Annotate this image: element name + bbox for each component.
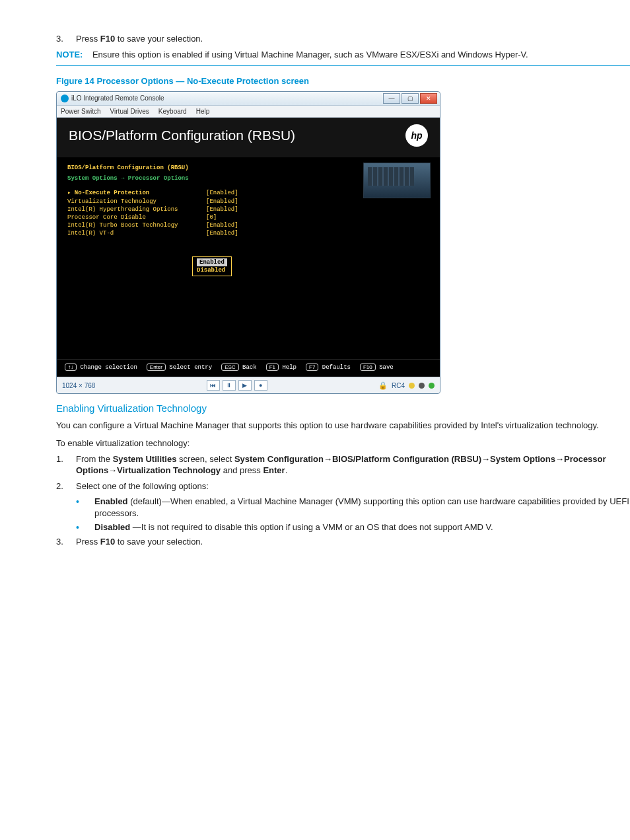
list-number: 2.: [56, 480, 76, 492]
paragraph: You can configure a Virtual Machine Mana…: [56, 420, 630, 432]
note-block: NOTE: Ensure this option is enabled if u…: [56, 49, 630, 61]
status-dot-yellow: [409, 383, 415, 389]
note-text: Ensure this option is enabled if using V…: [92, 50, 528, 59]
keycap: ↑↓: [65, 363, 77, 371]
status-bar: 1024 × 768 ⏮ ⏸ ▶ ● 🔒 RC4: [57, 377, 440, 393]
bullet-item: •Disabled —It is not required to disable…: [76, 521, 630, 533]
bullet-body: Disabled —It is not required to disable …: [94, 521, 630, 533]
option-label: Intel(R) VT-d: [67, 229, 206, 237]
status-resolution: 1024 × 768: [62, 381, 95, 391]
step-1: 1. From the System Utilities screen, sel…: [56, 453, 630, 477]
figure-caption: Figure 14 Processor Options — No-Execute…: [56, 75, 630, 87]
footer-hint-label: Back: [239, 364, 257, 371]
bios-footer: ↑↓ Change selectionEnter Select entryESC…: [57, 359, 440, 377]
bios-option-row[interactable]: Virtualization Technology[Enabled]: [67, 198, 429, 206]
menu-item[interactable]: Virtual Drives: [110, 107, 149, 116]
footer-hint-label: Save: [376, 364, 394, 371]
keycap: Enter: [147, 363, 166, 371]
bullet-item: •Enabled (default)—When enabled, a Virtu…: [76, 496, 630, 519]
footer-hint: F1 Help: [266, 363, 297, 371]
playback-controls: ⏮ ⏸ ▶ ●: [207, 380, 267, 391]
footer-hint: Enter Select entry: [147, 363, 212, 371]
keycap: F10: [360, 363, 376, 371]
bios-header: BIOS/Platform Configuration (RBSU) hp: [57, 118, 440, 157]
hp-icon: [61, 95, 69, 102]
bios-option-row[interactable]: Intel(R) Hyperthreading Options[Enabled]: [67, 206, 429, 213]
option-label: Virtualization Technology: [67, 198, 206, 206]
option-value: [Enabled]: [206, 229, 238, 237]
step-3: 3. Press F10 to save your selection.: [56, 536, 630, 548]
footer-hint-label: Change selection: [77, 364, 137, 371]
option-value: [Enabled]: [206, 189, 238, 197]
option-label: Intel(R) Hyperthreading Options: [67, 206, 206, 213]
step-3-top: 3. Press F10 to save your selection.: [56, 33, 630, 45]
bullet-icon: •: [76, 496, 94, 519]
menu-item[interactable]: Help: [196, 107, 210, 116]
maximize-button[interactable]: ▢: [402, 93, 419, 104]
list-number: 3.: [56, 33, 76, 45]
status-dot-green: [429, 383, 435, 389]
footer-hint: ↑↓ Change selection: [65, 363, 137, 371]
step-2: 2. Select one of the following options:: [56, 480, 630, 492]
list-number: 3.: [56, 536, 76, 548]
record-icon[interactable]: ●: [254, 380, 267, 391]
option-value: [Enabled]: [206, 206, 238, 213]
bios-body: BIOS/Platform Configuration (RBSU) Syste…: [57, 157, 440, 359]
footer-hint-label: Select entry: [166, 364, 212, 371]
keycap: ESC: [221, 363, 238, 371]
lock-icon: 🔒: [378, 381, 388, 391]
note-divider: [56, 65, 630, 66]
list-body: Press F10 to save your selection.: [76, 536, 630, 548]
play-icon[interactable]: ▶: [238, 380, 252, 391]
bios-option-row[interactable]: Intel(R) VT-d[Enabled]: [67, 229, 429, 237]
section-heading: Enabling Virtualization Technology: [56, 402, 630, 415]
keycap: F1: [266, 363, 279, 371]
screenshot: iLO Integrated Remote Console — ▢ ✕ Powe…: [56, 91, 440, 395]
list-body: Press F10 to save your selection.: [76, 33, 630, 45]
window-buttons: — ▢ ✕: [383, 93, 440, 104]
option-value: [Enabled]: [206, 221, 238, 229]
footer-hint-label: Help: [279, 364, 297, 371]
minimize-button[interactable]: —: [383, 93, 400, 104]
paragraph: To enable virtualization technology:: [56, 438, 630, 449]
hp-logo-icon: hp: [405, 124, 428, 147]
list-body: Select one of the following options:: [76, 480, 630, 492]
bios-option-row[interactable]: Intel(R) Turbo Boost Technology[Enabled]: [67, 221, 429, 229]
window-titlebar: iLO Integrated Remote Console — ▢ ✕: [57, 92, 440, 106]
bios-title: BIOS/Platform Configuration (RBSU): [69, 126, 295, 145]
bullet-body: Enabled (default)—When enabled, a Virtua…: [94, 496, 630, 519]
bios-option-row[interactable]: Processor Core Disable[0]: [67, 213, 429, 221]
option-label: Processor Core Disable: [67, 213, 206, 221]
rewind-icon[interactable]: ⏮: [207, 380, 220, 391]
menu-item[interactable]: Keyboard: [158, 107, 187, 116]
keycap: F7: [306, 363, 318, 371]
option-value: [0]: [206, 213, 217, 221]
window-title: iLO Integrated Remote Console: [71, 94, 164, 103]
close-button[interactable]: ✕: [420, 93, 437, 104]
pause-icon[interactable]: ⏸: [223, 380, 236, 391]
list-body: From the System Utilities screen, select…: [76, 453, 630, 477]
list-number: 1.: [56, 453, 76, 477]
menubar: Power Switch Virtual Drives Keyboard Hel…: [57, 106, 440, 118]
popup-option[interactable]: Disabled: [197, 266, 227, 274]
option-label: Intel(R) Turbo Boost Technology: [67, 221, 206, 229]
footer-hint: F7 Defaults: [306, 363, 351, 371]
footer-hint-label: Defaults: [318, 364, 351, 371]
status-dot-dark: [419, 383, 425, 389]
footer-hint: ESC Back: [221, 363, 256, 371]
status-encryption: RC4: [392, 381, 405, 391]
dropdown-popup[interactable]: Enabled Disabled: [192, 256, 232, 276]
option-label: No-Execute Protection: [67, 189, 206, 197]
menu-item[interactable]: Power Switch: [61, 107, 101, 116]
option-value: [Enabled]: [206, 198, 238, 206]
note-label: NOTE:: [56, 50, 83, 59]
popup-selected[interactable]: Enabled: [197, 258, 227, 266]
footer-hint: F10 Save: [360, 363, 394, 371]
server-image: [363, 163, 431, 198]
bullet-icon: •: [76, 521, 94, 533]
